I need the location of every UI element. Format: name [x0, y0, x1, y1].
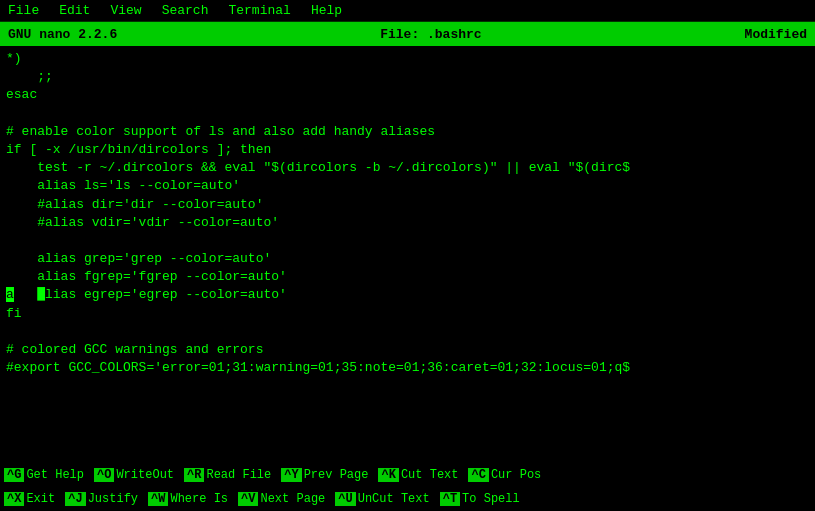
shortcut-label: Prev Page — [302, 468, 371, 482]
nano-version: GNU nano 2.2.6 — [8, 27, 117, 42]
shortcut-label: Cut Text — [399, 468, 461, 482]
shortcut-key: ^K — [378, 468, 398, 482]
shortcut-item[interactable]: ^K Cut Text — [378, 468, 460, 482]
shortcut-item[interactable]: ^V Next Page — [238, 492, 327, 506]
shortcut-key: ^C — [468, 468, 488, 482]
menu-view[interactable]: View — [106, 2, 145, 19]
menu-bar: File Edit View Search Terminal Help — [0, 0, 815, 22]
shortcut-label: To Spell — [460, 492, 522, 506]
shortcut-item[interactable]: ^J Justify — [65, 492, 140, 506]
shortcut-label: Read File — [204, 468, 273, 482]
shortcut-item[interactable]: ^W Where Is — [148, 492, 230, 506]
editor-area[interactable]: *) ;; esac # enable color support of ls … — [0, 46, 815, 463]
shortcut-item[interactable]: ^Y Prev Page — [281, 468, 370, 482]
shortcut-label: WriteOut — [114, 468, 176, 482]
shortcut-key: ^U — [335, 492, 355, 506]
shortcut-item[interactable]: ^U UnCut Text — [335, 492, 431, 506]
shortcut-key: ^T — [440, 492, 460, 506]
cursor: a — [6, 287, 14, 302]
shortcut-item[interactable]: ^G Get Help — [4, 468, 86, 482]
file-name: File: .bashrc — [380, 27, 481, 42]
shortcut-item[interactable]: ^O WriteOut — [94, 468, 176, 482]
menu-file[interactable]: File — [4, 2, 43, 19]
shortcut-key: ^J — [65, 492, 85, 506]
shortcut-key: ^X — [4, 492, 24, 506]
shortcut-bar-2: ^X Exit^J Justify^W Where Is^V Next Page… — [0, 487, 815, 511]
shortcut-label: Exit — [24, 492, 57, 506]
shortcut-label: Justify — [86, 492, 140, 506]
menu-edit[interactable]: Edit — [55, 2, 94, 19]
shortcut-key: ^V — [238, 492, 258, 506]
shortcut-label: Next Page — [258, 492, 327, 506]
title-bar: GNU nano 2.2.6 File: .bashrc Modified — [0, 22, 815, 46]
shortcut-key: ^W — [148, 492, 168, 506]
menu-search[interactable]: Search — [158, 2, 213, 19]
shortcut-label: UnCut Text — [356, 492, 432, 506]
shortcut-item[interactable]: ^C Cur Pos — [468, 468, 543, 482]
modified-status: Modified — [745, 27, 807, 42]
shortcut-label: Cur Pos — [489, 468, 543, 482]
shortcut-key: ^O — [94, 468, 114, 482]
shortcut-key: ^R — [184, 468, 204, 482]
menu-help[interactable]: Help — [307, 2, 346, 19]
shortcut-key: ^G — [4, 468, 24, 482]
shortcut-item[interactable]: ^X Exit — [4, 492, 57, 506]
shortcut-key: ^Y — [281, 468, 301, 482]
shortcut-label: Get Help — [24, 468, 86, 482]
menu-terminal[interactable]: Terminal — [224, 2, 294, 19]
shortcut-item[interactable]: ^R Read File — [184, 468, 273, 482]
shortcut-item[interactable]: ^T To Spell — [440, 492, 522, 506]
shortcut-label: Where Is — [168, 492, 230, 506]
shortcut-bar-1: ^G Get Help^O WriteOut^R Read File^Y Pre… — [0, 463, 815, 487]
